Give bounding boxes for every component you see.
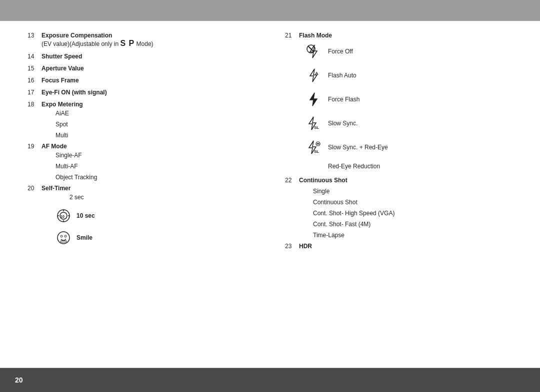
continuous-shot-label: Continuous Shot bbox=[299, 177, 348, 184]
expo-metering-label: Expo Metering bbox=[42, 101, 83, 108]
item-number-14: 14 bbox=[28, 53, 42, 60]
flash-force: Force Flash bbox=[305, 91, 512, 108]
exposure-label: Exposure Compensation bbox=[42, 32, 154, 39]
list-item: 2 sec bbox=[70, 194, 255, 201]
flash-mode-label: Flash Mode bbox=[299, 32, 332, 39]
red-eye-reduction-label: Red-Eye Reduction bbox=[328, 163, 512, 170]
flash-slow-sync: SL Slow Sync. bbox=[305, 115, 512, 132]
slow-sync-label: Slow Sync. bbox=[328, 120, 358, 127]
svg-text:10: 10 bbox=[60, 215, 64, 218]
timer10-label: 10 sec bbox=[76, 212, 95, 219]
expo-metering-subitems: AiAE Spot Multi bbox=[56, 110, 255, 139]
smile-label: Smile bbox=[76, 234, 92, 241]
item-number-21: 21 bbox=[285, 32, 299, 39]
flash-force-icon bbox=[305, 91, 322, 108]
item-22: 22 Continuous Shot Single Continuous Sho… bbox=[285, 177, 512, 239]
item-number-19: 19 bbox=[28, 143, 42, 150]
item-number-15: 15 bbox=[28, 65, 42, 72]
item-13: 13 Exposure Compensation (EV value)(Adju… bbox=[28, 32, 255, 48]
flash-force-off: Force Off bbox=[305, 43, 512, 60]
aperture-label: Aperture Value bbox=[42, 65, 84, 72]
svg-marker-16 bbox=[310, 93, 317, 106]
self-timer-subitems: 2 sec 10 10 sec bbox=[56, 194, 255, 246]
list-item: Cont. Shot- High Speed (VGA) bbox=[313, 210, 512, 217]
page-footer: 20 bbox=[0, 368, 540, 392]
flash-auto: A Flash Auto bbox=[305, 67, 512, 84]
svg-point-8 bbox=[60, 235, 62, 237]
flash-slow-icon: SL bbox=[305, 115, 322, 132]
page-number: 20 bbox=[15, 376, 23, 384]
sp-mode-text: S P bbox=[120, 39, 134, 47]
list-item: Single-AF bbox=[56, 152, 255, 159]
force-flash-label: Force Flash bbox=[328, 96, 360, 103]
item-number-17: 17 bbox=[28, 89, 42, 96]
item-number-22: 22 bbox=[285, 177, 299, 184]
item-21: 21 Flash Mode Force Off bbox=[285, 32, 512, 170]
focus-frame-label: Focus Frame bbox=[42, 77, 79, 84]
shutter-speed-label: Shutter Speed bbox=[42, 53, 82, 60]
item-16: 16 Focus Frame bbox=[28, 77, 255, 84]
smile-icon bbox=[56, 230, 72, 246]
flash-slow-redeye-icon: SL bbox=[305, 139, 322, 156]
item-number-20: 20 bbox=[28, 185, 42, 192]
item-17: 17 Eye-Fi ON (with signal) bbox=[28, 89, 255, 96]
timer10-icon: 10 bbox=[56, 208, 72, 224]
exposure-sub: (EV value)(Adjustable only in S P Mode) bbox=[42, 39, 154, 48]
svg-text:SL: SL bbox=[314, 125, 319, 130]
list-item: AiAE bbox=[56, 110, 255, 117]
af-mode-subitems: Single-AF Multi-AF Object Tracking bbox=[56, 152, 255, 181]
svg-text:A: A bbox=[315, 71, 318, 76]
item-number-18: 18 bbox=[28, 101, 42, 108]
list-item: Smile bbox=[56, 230, 255, 246]
item-number-16: 16 bbox=[28, 77, 42, 84]
svg-point-7 bbox=[58, 232, 70, 244]
self-timer-label: Self-Timer bbox=[42, 185, 70, 192]
item-15: 15 Aperture Value bbox=[28, 65, 255, 72]
list-item: Object Tracking bbox=[56, 174, 255, 181]
item-20: 20 Self-Timer 2 sec 10 bbox=[28, 185, 255, 246]
list-item: Multi-AF bbox=[56, 163, 255, 170]
flash-auto-label: Flash Auto bbox=[328, 72, 356, 79]
svg-rect-10 bbox=[60, 241, 66, 242]
svg-text:SL: SL bbox=[314, 149, 319, 154]
list-item: Continuous Shot bbox=[313, 199, 512, 206]
list-item: Single bbox=[313, 188, 512, 195]
item-number-23: 23 bbox=[285, 243, 299, 250]
flash-off-icon bbox=[305, 43, 322, 60]
slow-sync-redeye-label: Slow Sync. + Red-Eye bbox=[328, 144, 388, 151]
hdr-label: HDR bbox=[299, 243, 312, 250]
item-19: 19 AF Mode Single-AF Multi-AF Object Tra… bbox=[28, 143, 255, 181]
continuous-shot-subitems: Single Continuous Shot Cont. Shot- High … bbox=[313, 188, 512, 239]
af-mode-label: AF Mode bbox=[42, 143, 67, 150]
list-item: Multi bbox=[56, 132, 255, 139]
eyefi-label: Eye-Fi ON (with signal) bbox=[42, 89, 107, 96]
list-item: Time-Lapse bbox=[313, 232, 512, 239]
top-bar bbox=[0, 0, 540, 21]
item-18: 18 Expo Metering AiAE Spot Multi bbox=[28, 101, 255, 139]
left-column: 13 Exposure Compensation (EV value)(Adju… bbox=[28, 32, 270, 255]
svg-point-9 bbox=[64, 235, 66, 237]
list-item: Cont. Shot- Fast (4M) bbox=[313, 221, 512, 228]
list-item: Spot bbox=[56, 121, 255, 128]
list-item: 10 10 sec bbox=[56, 208, 255, 224]
force-off-label: Force Off bbox=[328, 48, 353, 55]
flash-slow-redeye: SL Slow Sync. + Red-Eye bbox=[305, 139, 512, 156]
item-14: 14 Shutter Speed bbox=[28, 53, 255, 60]
item-23: 23 HDR bbox=[285, 243, 512, 250]
right-column: 21 Flash Mode Force Off bbox=[270, 32, 512, 255]
flash-auto-icon: A bbox=[305, 67, 322, 84]
item-number-13: 13 bbox=[28, 32, 42, 39]
